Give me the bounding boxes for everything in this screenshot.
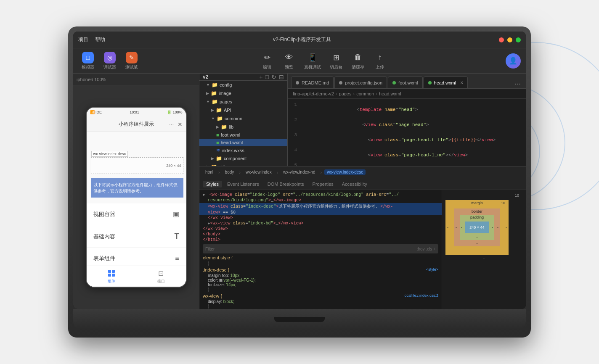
content-size: 240 × 44 (469, 225, 484, 229)
simulator-mode-button[interactable]: □ 模拟器 (78, 50, 98, 72)
devtools-main: ▶ <wx-image class="index-logo" src="../r… (199, 190, 526, 309)
selected-text-block[interactable]: 以下将展示小程序官方组件能力，组件样式仅供参考，官方说明请参考。 (91, 178, 183, 198)
html-line-1[interactable]: ▶ <wx-image class="index-logo" src="../r… (199, 192, 442, 198)
nav-more-icon[interactable]: ··· (169, 121, 174, 128)
html-line-5[interactable]: </wx-view> (199, 215, 442, 221)
tree-folder-component[interactable]: 📁 component (199, 154, 287, 163)
css-selector-wx-view: wx-view { localfile:/.index.css:2 (203, 293, 438, 298)
tree-file-index-wxss[interactable]: ≋ index.wxss (199, 146, 287, 154)
tab-close-head[interactable]: × (460, 80, 463, 86)
menu-item-basic-content[interactable]: 基础内容 T (87, 225, 186, 248)
device-debug-action[interactable]: 📱 真机调试 (304, 52, 321, 70)
path-sep-4: › (320, 170, 322, 175)
styles-filter-input[interactable] (205, 247, 417, 251)
menu-item-project[interactable]: 项目 (78, 36, 88, 43)
folder-label-component: component (224, 156, 246, 161)
css-rule-element-style: element.style { } (203, 255, 438, 266)
clear-cache-action[interactable]: 🗑 清缓存 (351, 52, 365, 70)
background-action[interactable]: ⊞ 切后台 (329, 52, 343, 70)
html-line-3[interactable]: <wx-view class="index-desc">以下将展示小程序官方组件… (199, 203, 442, 210)
tab-properties[interactable]: Properties (309, 181, 337, 187)
preview-label: 预览 (285, 64, 293, 70)
tree-folder-pages[interactable]: 📁 pages (199, 98, 287, 106)
html-line-4[interactable]: view> == $0 (199, 210, 442, 215)
tab-components-icon (107, 269, 116, 278)
tab-head-wxml[interactable]: head.wxml × (424, 76, 468, 88)
tab-interface[interactable]: ⊡ 接口 (136, 269, 186, 284)
maximize-button[interactable] (516, 37, 521, 42)
css-source-local[interactable]: localfile:/.index.css:2 (403, 293, 438, 298)
chevron-component (211, 156, 214, 161)
element-wx-view-index[interactable]: wx-view.index (243, 169, 274, 175)
simulator-header: iphone6 100% (73, 74, 199, 85)
file-icon-index-wxss: ≋ (216, 148, 220, 153)
devtools-panel: html › body › wx-view.index › wx-view.in… (199, 166, 526, 309)
app-nav-title: 小程序组件展示 (119, 121, 154, 128)
tab-components[interactable]: 组件 (87, 269, 136, 284)
close-button[interactable] (499, 37, 504, 42)
editor-breadcrumb: fino-applet-demo-v2 › pages › common › h… (288, 89, 526, 99)
chevron-image (206, 91, 209, 95)
editor-tabs-more[interactable]: ··· (513, 79, 522, 88)
code-content-3: <view class="page-head-title">{{title}}<… (301, 132, 526, 148)
html-line-9[interactable]: </html> (199, 237, 442, 243)
preview-action[interactable]: 👁 预览 (282, 52, 296, 70)
debugger-mode-button[interactable]: ◎ 调试器 (100, 50, 119, 72)
element-wx-view-hd[interactable]: wx-view.index-hd (281, 169, 318, 175)
tree-folder-utils[interactable]: 📁 utils (199, 163, 287, 166)
styles-panel: :hov .cls + element.style { } .index-des… (199, 243, 442, 309)
css-source-style[interactable]: <style> (426, 267, 438, 272)
simulator-icon: □ (82, 52, 94, 63)
tree-folder-common[interactable]: 📁 common (199, 114, 287, 123)
element-wx-view-desc[interactable]: wx-view.index-desc (324, 169, 366, 175)
device-icon: 📱 (306, 52, 319, 63)
background-icon: ⊞ (329, 52, 343, 63)
clear-icon: 🗑 (351, 52, 365, 63)
test-mode-button[interactable]: ✎ 测试笔 (122, 50, 141, 72)
new-file-icon[interactable]: + (259, 74, 262, 80)
tree-folder-image[interactable]: 📁 image (199, 89, 287, 98)
refresh-icon[interactable]: ↻ (271, 74, 276, 80)
tab-readme[interactable]: README.md (291, 76, 334, 88)
breadcrumb-sep-3: › (376, 91, 377, 96)
folder-label-pages: pages (220, 99, 232, 104)
menu-item-view-container[interactable]: 视图容器 ▣ (87, 203, 186, 225)
tab-styles[interactable]: Styles (203, 181, 222, 187)
tab-event-listeners[interactable]: Event Listeners (224, 181, 262, 187)
laptop-base (73, 309, 526, 330)
user-avatar[interactable]: 👤 (506, 53, 521, 69)
html-line-2[interactable]: resources/kind/logo.png">_</wx-image> (199, 198, 442, 203)
box-content-visual: 240 × 44 (465, 222, 489, 233)
tree-file-foot-wxml[interactable]: ■ foot.wxml (199, 131, 287, 139)
element-body[interactable]: body (223, 169, 237, 175)
tab-dom-breakpoints[interactable]: DOM Breakpoints (264, 181, 307, 187)
tab-project-config[interactable]: project.config.json (334, 76, 387, 88)
edit-action[interactable]: ✏ 编辑 (260, 52, 274, 70)
collapse-icon[interactable]: ⊟ (279, 74, 284, 80)
html-line-7[interactable]: </wx-view> (199, 226, 442, 232)
line-num-3: 3 (288, 132, 301, 137)
phone-nav-bar: 小程序组件展示 ··· ✕ (87, 117, 186, 132)
tree-folder-config[interactable]: 📁 config (199, 81, 287, 89)
minimize-button[interactable] (507, 37, 512, 42)
phone-nav-icons: ··· ✕ (169, 121, 183, 128)
new-folder-icon[interactable]: □ (265, 74, 269, 80)
code-editor[interactable]: 1 <template name="head"> 2 <view class="… (288, 99, 526, 166)
tab-accessibility[interactable]: Accessibility (339, 181, 371, 187)
element-html[interactable]: html (203, 169, 216, 175)
tab-foot-wxml[interactable]: foot.wxml (388, 76, 422, 88)
html-line-6[interactable]: ▶<wx-view class="index-bd">_</wx-view> (199, 221, 442, 226)
menu-item-help[interactable]: 帮助 (95, 36, 105, 43)
code-content-5: <view wx:if="{{desc}}" class="page-head-… (301, 163, 526, 166)
upload-action[interactable]: ↑ 上传 (373, 52, 387, 70)
nav-close-icon[interactable]: ✕ (178, 121, 183, 128)
app-window: 项目 帮助 v2-FinClip小程序开发工具 □ 模拟器 (73, 32, 526, 309)
menu-label-form: 表单组件 (93, 255, 115, 262)
tab-label-foot: foot.wxml (398, 80, 418, 85)
html-line-8[interactable]: </body> (199, 232, 442, 237)
simulator-label: 模拟器 (82, 64, 94, 70)
tree-file-head-wxml[interactable]: ■ head.wxml (199, 139, 287, 146)
tree-folder-lib[interactable]: 📁 lib (199, 123, 287, 131)
tree-folder-api[interactable]: 📁 API (199, 106, 287, 114)
device-label: iphone6 100% (77, 77, 106, 82)
